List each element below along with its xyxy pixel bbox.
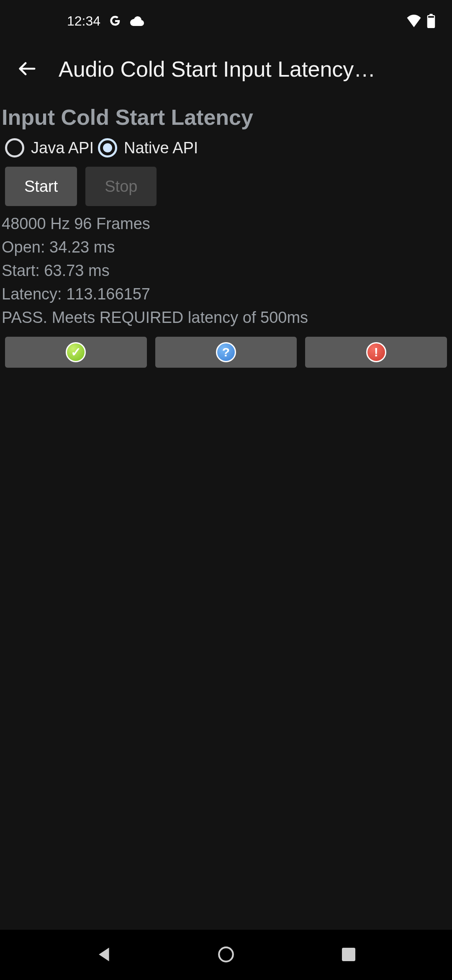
results-block: 48000 Hz 96 Frames Open: 34.23 ms Start:… (0, 212, 452, 329)
battery-icon (427, 14, 435, 28)
result-line-start: Start: 63.73 ms (2, 259, 450, 282)
stop-button: Stop (85, 167, 157, 206)
radio-java-label: Java API (31, 139, 94, 157)
result-line-pass: PASS. Meets REQUIRED latency of 500ms (2, 306, 450, 329)
svg-rect-2 (428, 16, 434, 18)
question-circle-icon: ? (216, 342, 236, 362)
fail-button[interactable]: ! (305, 337, 447, 368)
svg-point-4 (219, 947, 233, 962)
result-line-latency: Latency: 113.166157 (2, 282, 450, 306)
start-button[interactable]: Start (5, 167, 77, 206)
check-circle-icon: ✓ (66, 342, 86, 362)
radio-native-api[interactable]: Native API (98, 138, 198, 157)
wifi-icon (406, 15, 422, 27)
exclamation-circle-icon: ! (366, 342, 386, 362)
radio-checked-icon (98, 138, 117, 157)
radio-java-api[interactable]: Java API (5, 138, 94, 157)
system-nav-bar (0, 930, 452, 980)
google-icon (109, 15, 121, 27)
section-title: Input Cold Start Latency (0, 96, 452, 135)
api-radio-group: Java API Native API (0, 135, 452, 167)
nav-recent-button[interactable] (336, 942, 361, 967)
svg-rect-1 (429, 14, 433, 16)
status-right (406, 14, 435, 28)
app-bar: Audio Cold Start Input Latency… (0, 42, 452, 96)
arrow-back-icon (18, 59, 37, 80)
page-title: Audio Cold Start Input Latency… (59, 57, 439, 82)
result-line-open: Open: 34.23 ms (2, 235, 450, 259)
nav-home-button[interactable] (213, 942, 239, 967)
square-recent-icon (342, 948, 355, 962)
circle-home-icon (217, 946, 235, 965)
cloud-icon (130, 16, 145, 26)
radio-unchecked-icon (5, 138, 24, 157)
result-action-row: ✓ ? ! (0, 329, 452, 368)
status-bar: 12:34 (0, 0, 452, 42)
result-line-format: 48000 Hz 96 Frames (2, 212, 450, 235)
help-button[interactable]: ? (155, 337, 297, 368)
pass-button[interactable]: ✓ (5, 337, 147, 368)
content-area: Input Cold Start Latency Java API Native… (0, 96, 452, 368)
control-button-row: Start Stop (0, 167, 452, 212)
svg-rect-5 (342, 948, 355, 961)
radio-native-label: Native API (124, 139, 198, 157)
back-button[interactable] (13, 54, 42, 84)
triangle-back-icon (96, 946, 110, 964)
status-time: 12:34 (67, 13, 100, 29)
status-left: 12:34 (67, 13, 145, 29)
nav-back-button[interactable] (91, 942, 116, 967)
